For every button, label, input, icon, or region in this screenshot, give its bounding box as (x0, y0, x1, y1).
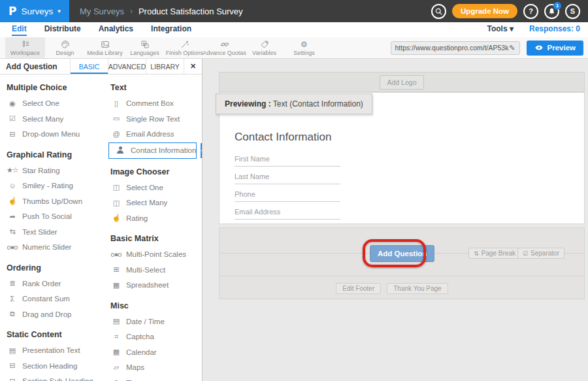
section-heading-icon: ⊟ (7, 362, 18, 369)
question-type-comment-box[interactable]: ▯Comment Box (104, 95, 202, 111)
panel-tabs: BASICADVANCEDLIBRARY (70, 59, 184, 74)
variables-icon (260, 40, 269, 49)
form-field-first-name[interactable]: First Name (235, 155, 340, 167)
panel-tab-advanced[interactable]: ADVANCED (108, 59, 146, 74)
form-field-phone[interactable]: Phone (235, 190, 340, 202)
question-type-drag-and-drop[interactable]: ⧉Drag and Drop (0, 306, 104, 322)
panel-tab-basic[interactable]: BASIC (70, 59, 108, 74)
question-type-label: Spreadsheet (126, 281, 169, 289)
add-contact-information-button[interactable]: + (201, 143, 202, 158)
question-type-thumbs-up-down[interactable]: ☝Thumbs Up/Down (0, 193, 104, 209)
separator-button[interactable]: ☑ Separator (517, 248, 564, 259)
help-button[interactable]: ? (523, 4, 538, 19)
question-type-label: Constant Sum (22, 295, 70, 303)
survey-canvas: Add Logo Contact Information First NameL… (203, 59, 588, 381)
question-type-text-slider[interactable]: ⇆Text Slider (0, 224, 104, 240)
nav-tab-edit[interactable]: Edit (12, 24, 27, 36)
question-type-select-one[interactable]: ◫Select One (104, 180, 202, 195)
add-logo-button[interactable]: Add Logo (380, 75, 425, 90)
edit-pencil-icon[interactable]: ✎ (509, 44, 515, 52)
breadcrumb-my-surveys[interactable]: My Surveys (80, 7, 124, 16)
toolbar-item-design[interactable]: Design (45, 37, 85, 58)
account-avatar[interactable]: S (565, 4, 580, 19)
question-types-column-1: Multiple Choice◉Select One☑Select Many⊟D… (0, 75, 104, 381)
constant-sum-icon: Σ (7, 295, 18, 303)
nav-tab-integration[interactable]: Integration (151, 24, 191, 36)
question-type-select-one[interactable]: ◉Select One (0, 95, 104, 111)
notifications-button[interactable]: 1 (544, 4, 559, 19)
question-type-email-address[interactable]: @Email Address (104, 126, 202, 142)
toolbar-item-variables[interactable]: Variables (244, 37, 284, 58)
question-type-label: Select One (126, 184, 163, 191)
edit-footer-button[interactable]: Edit Footer (336, 283, 381, 294)
question-type-push-to-social[interactable]: ➦Push To Social (0, 208, 104, 224)
question-type-spreadsheet[interactable]: ▦Spreadsheet (104, 277, 202, 293)
page-break-icon: ⇅ (474, 250, 479, 257)
search-icon (434, 7, 443, 16)
nav-tab-distribute[interactable]: Distribute (44, 24, 81, 36)
question-type-star-rating[interactable]: ★☆Star Rating (0, 163, 104, 178)
form-field-last-name[interactable]: Last Name (235, 173, 340, 184)
question-type-single-row-text[interactable]: ▭Single Row Text (104, 111, 202, 127)
question-type-label: Rank Order (22, 280, 61, 288)
question-type-section-sub-heading[interactable]: ⊡Section Sub-Heading (0, 373, 104, 381)
close-panel-button[interactable]: ✕ (184, 59, 202, 74)
toolbar-item-advance-quotas[interactable]: Advance Quotas (204, 37, 244, 58)
workspace-icon (21, 40, 30, 49)
question-type-numeric-slider[interactable]: o●oNumeric Slider (0, 239, 104, 255)
question-type-select-many[interactable]: ☑Select Many (0, 111, 104, 127)
section-header-misc: Misc (110, 301, 202, 310)
question-type-section-heading[interactable]: ⊟Section Heading (0, 358, 104, 374)
question-type-label: Calendar (126, 348, 157, 356)
product-switcher[interactable]: P Surveys ▾ (0, 0, 69, 22)
question-type-label: Multi-Select (126, 266, 165, 274)
question-type-multi-select[interactable]: ⊞Multi-Select (104, 262, 202, 278)
toolbar-items: WorkspaceDesignMedia LibraryLanguagesFin… (5, 37, 324, 58)
page-break-button[interactable]: ⇅ Page Break (468, 248, 521, 259)
question-type-label: Email Address (126, 130, 174, 138)
calendar-icon: ▦ (110, 348, 122, 356)
captcha-icon: ⌗ (110, 333, 122, 340)
question-type-maps[interactable]: ▱Maps (104, 359, 202, 375)
toolbar-item-languages[interactable]: Languages (125, 37, 165, 58)
toolbar-item-workspace[interactable]: Workspace (5, 37, 45, 58)
thank-you-page-button[interactable]: Thank You Page (387, 283, 448, 294)
panel-tab-library[interactable]: LIBRARY (146, 59, 184, 74)
toolbar-item-settings[interactable]: ⚙Settings (284, 37, 324, 58)
question-type-constant-sum[interactable]: ΣConstant Sum (0, 291, 104, 306)
search-button[interactable] (431, 4, 446, 19)
previewing-label: Previewing : (225, 99, 271, 108)
tools-dropdown[interactable]: Tools ▾ (487, 24, 514, 33)
question-type-calendar[interactable]: ▦Calendar (104, 344, 202, 360)
preview-button[interactable]: Preview (527, 41, 583, 56)
question-type-date-time[interactable]: ▤Date / Time (104, 314, 202, 329)
date-time-icon: ▤ (110, 318, 122, 325)
question-type-rating[interactable]: ☝Rating (104, 210, 202, 226)
question-type-smiley-rating[interactable]: ☺Smiley - Rating (0, 178, 104, 193)
form-field-email-address[interactable]: Email Address (235, 208, 340, 220)
section-header-text: Text (110, 83, 202, 92)
questionpro-logo-icon: P (8, 5, 16, 18)
top-bar: P Surveys ▾ My Surveys › Product Satisfa… (0, 0, 588, 22)
nav-tab-analytics[interactable]: Analytics (99, 24, 133, 36)
breadcrumb: My Surveys › Product Satisfaction Survey (80, 7, 243, 16)
add-question-button[interactable]: Add Question (370, 245, 434, 262)
toolbar-item-finish-options[interactable]: Finish Options (165, 37, 204, 58)
separator-icon: ☑ (523, 250, 528, 257)
question-type-select-many[interactable]: ◫Select Many (104, 195, 202, 210)
media-library-icon (101, 40, 110, 49)
question-type-presentation-text[interactable]: ▤Presentation Text (0, 342, 104, 358)
responses-count[interactable]: Responses: 0 (529, 24, 580, 33)
contact-info-title: Contact Information (235, 131, 340, 144)
question-type-captcha[interactable]: ⌗Captcha (104, 329, 202, 344)
question-type-drop-down-menu[interactable]: ⊟Drop-down Menu (0, 126, 104, 142)
upgrade-now-button[interactable]: Upgrade Now (452, 4, 517, 18)
question-type-contact-information[interactable]: Contact Information+ (108, 142, 197, 159)
survey-url-box[interactable]: https://www.questionpro.com/t/AP53kZgUI … (391, 41, 520, 55)
question-type-label: Select Many (22, 115, 63, 123)
question-type-rank-order[interactable]: ≣Rank Order (0, 276, 104, 291)
question-type-multi-point-scales[interactable]: o●oMulti-Point Scales (104, 246, 202, 262)
toolbar-item-media-library[interactable]: Media Library (85, 37, 125, 58)
comment-box-icon: ▯ (110, 100, 122, 107)
question-type-timer[interactable]: ◷Timer (104, 375, 202, 381)
